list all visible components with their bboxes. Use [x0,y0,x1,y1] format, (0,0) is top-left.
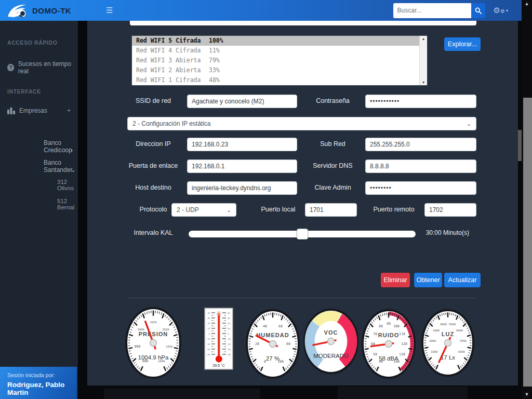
main-panel: Red WIFI 5 Cifrada 100% Red WIFI 4 Cifra… [87,21,518,385]
navbar: DOMO-TK ☰ ⚙⚙ ▾ [0,0,522,21]
wifi-senal: 11% [209,46,220,56]
search-button[interactable] [471,3,485,18]
sidebar-item-empresas-label: Empresas [19,107,47,114]
svg-text:130: 130 [399,352,405,356]
wifi-senal: 100% [209,36,223,46]
session-user: Rodriguez, Pablo Martin [7,381,77,396]
direccion-ip-input[interactable] [187,138,297,151]
explorar-button[interactable]: Explorar... [444,37,481,51]
svg-text:30: 30 [228,317,230,320]
search-input[interactable] [393,3,471,18]
svg-text:MODERADO: MODERADO [313,353,349,359]
svg-text:90: 90 [387,322,391,326]
question-circle-icon: ? [7,64,14,71]
wifi-name: Red WIFI 5 [136,36,176,46]
ssid-input[interactable] [187,95,297,108]
actualizar-button[interactable]: Actualizar [444,273,481,287]
puerto-local-input[interactable] [305,203,357,217]
protocolo-select[interactable]: 2 - UDP ⌄ [171,203,236,217]
eliminar-button[interactable]: Eliminar [381,273,410,287]
svg-text:-30: -30 [207,348,210,351]
scroll-up-icon[interactable]: ▲ [522,1,532,6]
sidebar-item-512-bernal[interactable]: 512 Bernal [57,198,78,210]
svg-text:-10: -10 [207,338,210,340]
chevron-down-icon: ⌄ [71,166,76,174]
sidebar-item-empresas[interactable]: Empresas + [0,107,78,114]
chevron-down-icon: ⌄ [227,207,231,213]
host-label: Host destino [119,184,187,191]
wifi-row[interactable]: Red WIFI 1 Cifrada 48% [132,75,427,85]
dns-input[interactable] [365,159,476,173]
svg-text:20: 20 [208,322,210,325]
search-icon [475,7,482,14]
svg-text:990: 990 [134,344,140,349]
wifi-listbox[interactable]: Red WIFI 5 Cifrada 100% Red WIFI 4 Cifra… [131,35,428,86]
puerto-remoto-input[interactable] [424,203,476,217]
svg-text:40: 40 [208,312,210,314]
svg-text:100: 100 [393,324,400,328]
wifi-listbox-scrollbar[interactable]: ▴ ▾ [419,36,427,85]
svg-text:27 %: 27 % [266,355,280,362]
svg-text:40: 40 [263,324,267,328]
plus-icon[interactable]: + [67,107,71,114]
scroll-up-icon[interactable]: ▴ [422,36,424,41]
host-input[interactable] [187,181,297,195]
brand[interactable]: DOMO-TK [0,2,88,19]
kal-slider-thumb[interactable] [297,229,308,240]
svg-text:-20: -20 [228,343,231,345]
wifi-row[interactable]: Red WIFI 4 Cifrada 11% [132,46,427,56]
wifi-estado: Cifrada [176,36,209,46]
svg-text:110: 110 [399,332,405,336]
sidebar-item-banco-credicoop[interactable]: Banco Credicoop › [44,139,78,154]
svg-text:-20: -20 [207,343,210,345]
svg-text:1004.9 hPa: 1004.9 hPa [138,354,169,361]
wifi-estado: Cifrada [176,46,209,56]
svg-text:10: 10 [228,327,230,330]
wifi-name: Red WIFI 4 [136,46,176,56]
bird-logo-icon [7,2,28,19]
scroll-down-icon[interactable]: ▼ [522,392,532,397]
svg-text:60: 60 [278,324,283,328]
wifi-row[interactable]: Red WIFI 2 Abierta 33% [132,65,427,75]
svg-text:80: 80 [379,324,383,328]
gear-menu[interactable]: ⚙⚙ ▾ [494,6,508,15]
sidebar-item-banco-santander[interactable]: Banco Santander ⌄ [44,159,78,174]
scrollbar-thumb[interactable] [523,98,532,387]
kal-slider-track[interactable] [189,231,416,237]
hamburger-menu-icon[interactable]: ☰ [106,6,113,15]
gauge-presion: 98099010001010102010301040PRESION1004.9 … [119,301,187,384]
svg-text:LUZ: LUZ [442,331,454,337]
svg-text:58 dBA: 58 dBA [379,355,398,362]
wifi-row[interactable]: Red WIFI 3 Abierta 79% [132,56,427,65]
svg-text:80: 80 [286,342,290,346]
sidebar-item-sucesos[interactable]: ? Sucesos en tiempo real [0,60,78,75]
password-input[interactable] [365,95,476,108]
svg-text:39.5 °C: 39.5 °C [212,364,224,367]
clipped-input-top [130,21,476,25]
svg-text:4000: 4000 [440,323,447,326]
sidebar-item-312-olivos[interactable]: 312 Olivos [57,179,78,191]
svg-text:2000: 2000 [429,339,436,342]
scroll-down-icon[interactable]: ▾ [422,80,424,85]
company-label: Banco Santander [44,159,72,174]
admin-key-input[interactable] [365,181,476,195]
divider [127,298,476,298]
session-panel: Sesión iniciada por: Rodriguez, Pablo Ma… [0,367,77,399]
wifi-senal: 79% [209,56,220,65]
ip-mode-select[interactable]: 2 - Configuración IP estática ⌄ [127,117,476,130]
wifi-row[interactable]: Red WIFI 5 Cifrada 100% [132,36,427,46]
svg-text:1010: 1010 [150,321,156,324]
svg-text:70: 70 [373,332,377,336]
obtener-button[interactable]: Obtener [414,273,442,287]
svg-text:6000: 6000 [456,329,463,332]
svg-text:7000: 7000 [460,339,467,342]
svg-text:50: 50 [373,352,377,356]
subred-input[interactable] [365,138,476,151]
wifi-senal: 48% [209,75,220,85]
wifi-estado: Abierta [176,65,209,75]
page-scrollbar[interactable]: ▲ ▼ [522,0,532,399]
gateway-input[interactable] [187,159,297,173]
wifi-name: Red WIFI 1 [136,75,176,85]
svg-text:PRESION: PRESION [139,331,168,337]
svg-text:40: 40 [228,312,230,314]
